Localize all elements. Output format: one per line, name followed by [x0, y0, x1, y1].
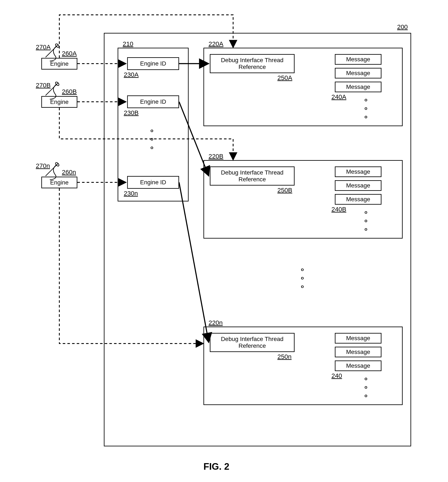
msg-b-2-label: Message	[346, 182, 370, 189]
thread-ref-250b-l2: Reference	[238, 176, 266, 183]
ref-220a: 220A	[208, 40, 224, 48]
ref-270b: 270B	[35, 82, 52, 89]
engine-id-b: Engine ID	[127, 96, 179, 108]
ref-260a: 260A	[61, 50, 78, 57]
msg-n-vdots: ooo	[364, 376, 367, 398]
thread-ref-250n: Debug Interface Thread Reference	[210, 333, 295, 352]
ref-230b: 230B	[123, 109, 140, 116]
sets-vdots: ooo	[301, 267, 304, 289]
engine-260b: Engine	[41, 96, 77, 108]
msg-n-1-label: Message	[346, 335, 370, 342]
ref-230n: 230n	[123, 190, 139, 197]
thread-ref-250b-l1: Debug Interface Thread	[221, 169, 283, 176]
ref-230a: 230A	[123, 71, 140, 78]
msg-n-3: Message	[335, 361, 381, 371]
ref-260n: 260n	[61, 169, 77, 176]
engine-260n-label: Engine	[50, 179, 69, 186]
ref-220b: 220B	[208, 153, 224, 160]
svg-point-9	[55, 81, 60, 86]
ref-210: 210	[122, 40, 134, 48]
msg-a-3-label: Message	[346, 84, 370, 90]
figure-caption: FIG. 2	[204, 461, 229, 472]
msg-b-3: Message	[335, 194, 381, 205]
ref-250n: 250n	[276, 353, 292, 360]
msg-a-vdots: ooo	[364, 97, 367, 119]
ref-270a: 270A	[35, 43, 52, 51]
msg-a-1-label: Message	[346, 56, 370, 63]
msg-b-vdots: ooo	[364, 210, 367, 232]
msg-a-3: Message	[335, 82, 381, 92]
thread-ref-250a-l1: Debug Interface Thread	[221, 57, 283, 64]
msg-n-2: Message	[335, 347, 381, 357]
ref-220n: 220n	[208, 319, 224, 326]
engine-260n: Engine	[41, 177, 77, 188]
engine-260a-label: Engine	[50, 60, 69, 67]
msg-n-1: Message	[335, 333, 381, 344]
thread-ref-250a: Debug Interface Thread Reference	[210, 54, 295, 73]
msg-n-3-label: Message	[346, 362, 370, 369]
table-vdots: ooo	[150, 128, 153, 150]
engine-id-a: Engine ID	[127, 57, 179, 70]
engine-id-b-label: Engine ID	[140, 98, 166, 105]
msg-a-2: Message	[335, 68, 381, 79]
ref-240n: 240	[330, 372, 343, 379]
thread-ref-250b: Debug Interface Thread Reference	[210, 167, 295, 185]
svg-point-7	[55, 43, 60, 48]
thread-ref-250n-l1: Debug Interface Thread	[221, 336, 283, 343]
ref-260b: 260B	[61, 88, 78, 95]
engine-id-n: Engine ID	[127, 176, 179, 189]
engine-id-a-label: Engine ID	[140, 60, 166, 67]
ref-200: 200	[396, 23, 409, 31]
msg-b-1-label: Message	[346, 168, 370, 175]
engine-260a: Engine	[41, 58, 77, 70]
ref-270n: 270n	[35, 162, 51, 169]
msg-b-1: Message	[335, 167, 381, 177]
msg-b-3-label: Message	[346, 196, 370, 203]
msg-n-2-label: Message	[346, 349, 370, 355]
engine-id-n-label: Engine ID	[140, 179, 166, 186]
msg-a-2-label: Message	[346, 70, 370, 77]
ref-240b: 240B	[330, 206, 347, 213]
svg-point-11	[55, 162, 60, 167]
thread-ref-250a-l2: Reference	[238, 64, 266, 70]
thread-ref-250n-l2: Reference	[238, 343, 266, 349]
ref-240a: 240A	[330, 93, 347, 101]
msg-a-1: Message	[335, 54, 381, 65]
ref-250a: 250A	[276, 74, 293, 81]
msg-b-2: Message	[335, 180, 381, 191]
ref-250b: 250B	[276, 187, 293, 194]
engine-260b-label: Engine	[50, 99, 69, 105]
